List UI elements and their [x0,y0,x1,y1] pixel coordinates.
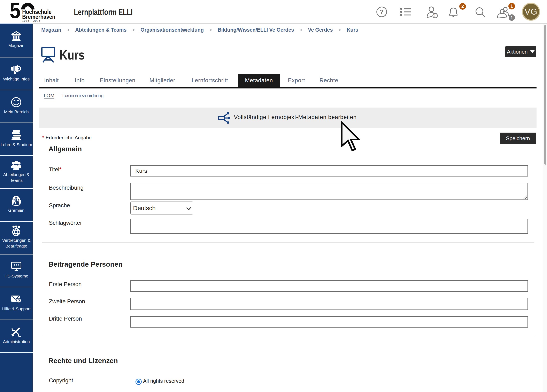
svg-text:?: ? [18,299,20,303]
svg-text:?: ? [380,8,384,16]
svg-text:!: ! [434,14,436,18]
